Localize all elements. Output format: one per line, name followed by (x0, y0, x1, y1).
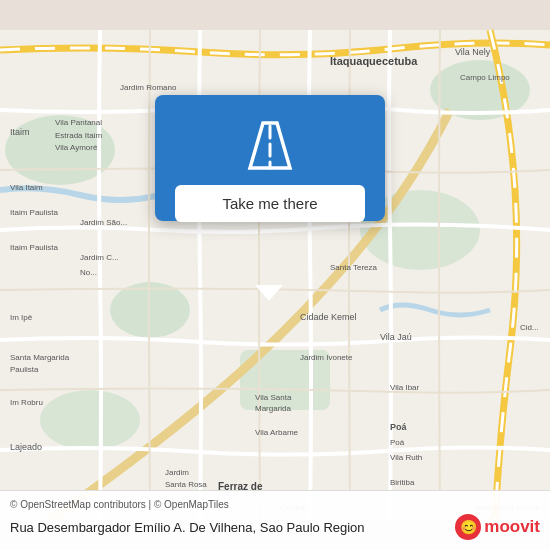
svg-text:Vila Aymoré: Vila Aymoré (55, 143, 98, 152)
svg-text:No...: No... (80, 268, 97, 277)
svg-text:Vila Santa: Vila Santa (255, 393, 292, 402)
svg-text:Santa Rosa: Santa Rosa (165, 480, 207, 489)
road-icon (235, 118, 305, 173)
svg-text:Jardim São...: Jardim São... (80, 218, 127, 227)
attribution-line: © OpenStreetMap contributors | © OpenMap… (10, 499, 540, 510)
address-line: Rua Desembargador Emílio A. De Vilhena, … (10, 514, 540, 540)
map-background: Itaquaquecetuba Vila Nely Campo Limpo It… (0, 0, 550, 550)
svg-text:Estrada Itaim: Estrada Itaim (55, 131, 102, 140)
svg-text:Biritiba: Biritiba (390, 478, 415, 487)
svg-text:Vila Arbame: Vila Arbame (255, 428, 299, 437)
address-text: Rua Desembargador Emílio A. De Vilhena, … (10, 520, 365, 535)
svg-text:Jardim Romano: Jardim Romano (120, 83, 177, 92)
moovit-icon: 😊 (455, 514, 481, 540)
popup-arrow (255, 285, 283, 301)
svg-text:Jardim: Jardim (165, 468, 189, 477)
svg-text:Itaim: Itaim (10, 127, 30, 137)
svg-text:Santa Margarida: Santa Margarida (10, 353, 70, 362)
svg-text:Cid...: Cid... (520, 323, 539, 332)
svg-text:Im Robru: Im Robru (10, 398, 43, 407)
svg-point-6 (40, 390, 140, 450)
svg-text:Cidade Kemel: Cidade Kemel (300, 312, 357, 322)
svg-text:Vila Itaim: Vila Itaim (10, 183, 43, 192)
svg-text:Itaim Paulista: Itaim Paulista (10, 208, 59, 217)
svg-text:Santa Tereza: Santa Tereza (330, 263, 378, 272)
svg-text:Campo Limpo: Campo Limpo (460, 73, 510, 82)
moovit-logo: 😊 moovit (455, 514, 540, 540)
svg-text:Im Ipê: Im Ipê (10, 313, 33, 322)
svg-text:Vila Nely: Vila Nely (455, 47, 491, 57)
svg-text:Poá: Poá (390, 422, 408, 432)
popup-card: Take me there (155, 95, 385, 221)
svg-text:Itaquaquecetuba: Itaquaquecetuba (330, 55, 418, 67)
svg-text:Vila Jaú: Vila Jaú (380, 332, 412, 342)
svg-text:Paulista: Paulista (10, 365, 39, 374)
svg-text:Poá: Poá (390, 438, 405, 447)
svg-text:Vila Ruth: Vila Ruth (390, 453, 422, 462)
svg-text:Vila Pantanal: Vila Pantanal (55, 118, 102, 127)
moovit-text: moovit (484, 517, 540, 537)
popup-icon-area (230, 115, 310, 175)
svg-text:Jardim C...: Jardim C... (80, 253, 119, 262)
bottom-bar: © OpenStreetMap contributors | © OpenMap… (0, 490, 550, 550)
svg-text:Itaim Paulista: Itaim Paulista (10, 243, 59, 252)
take-me-there-button[interactable]: Take me there (175, 185, 365, 222)
svg-text:Lajeado: Lajeado (10, 442, 42, 452)
svg-text:Margarida: Margarida (255, 404, 292, 413)
svg-text:Vila Ibar: Vila Ibar (390, 383, 420, 392)
map-container: Itaquaquecetuba Vila Nely Campo Limpo It… (0, 0, 550, 550)
svg-text:Jardim Ivonete: Jardim Ivonete (300, 353, 353, 362)
